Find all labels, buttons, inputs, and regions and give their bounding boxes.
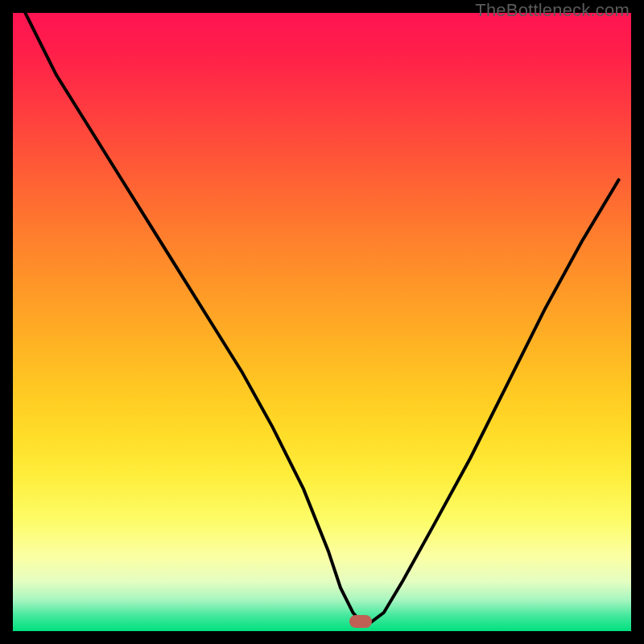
chart-stage: TheBottleneck.com — [0, 0, 644, 644]
watermark-text: TheBottleneck.com — [475, 0, 630, 21]
gradient-background — [13, 13, 631, 631]
optimum-marker — [349, 615, 372, 628]
